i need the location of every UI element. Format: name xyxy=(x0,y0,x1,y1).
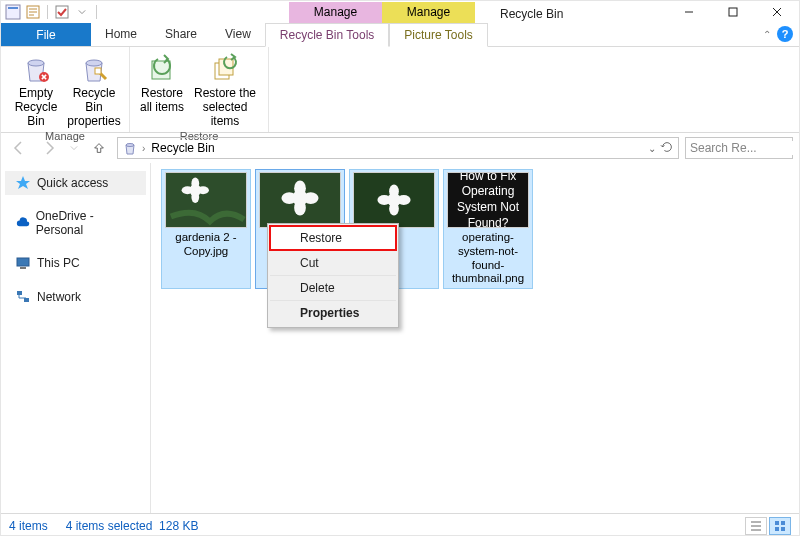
view-switcher xyxy=(745,517,791,535)
context-menu: Restore Cut Delete Properties xyxy=(267,223,399,328)
svg-rect-36 xyxy=(775,521,779,525)
breadcrumb-box[interactable]: › Recycle Bin ⌄ xyxy=(117,137,679,159)
svg-point-21 xyxy=(197,186,209,194)
sidebar-item-label: Quick access xyxy=(37,176,108,190)
svg-point-12 xyxy=(126,144,134,147)
star-icon xyxy=(15,175,31,191)
sidebar-item-label: Network xyxy=(37,290,81,304)
address-dropdown-icon[interactable]: ⌄ xyxy=(648,143,656,154)
button-label: Recycle Bin properties xyxy=(67,87,121,128)
back-button[interactable] xyxy=(7,136,31,160)
svg-rect-8 xyxy=(95,68,101,74)
tab-picture-tools[interactable]: Picture Tools xyxy=(389,23,487,47)
help-icon[interactable]: ? xyxy=(777,26,793,42)
contextual-tab-headers: Manage Manage xyxy=(289,2,475,23)
sidebar-item-quick-access[interactable]: Quick access xyxy=(5,171,146,195)
menu-item-cut[interactable]: Cut xyxy=(270,250,396,275)
sidebar-item-this-pc[interactable]: This PC xyxy=(5,251,146,275)
thumbnail xyxy=(353,172,435,228)
network-icon xyxy=(15,289,31,305)
cloud-icon xyxy=(15,215,30,231)
details-view-button[interactable] xyxy=(745,517,767,535)
svg-rect-39 xyxy=(781,527,785,531)
forward-button[interactable] xyxy=(37,136,61,160)
restore-selected-button[interactable]: Restore the selected items xyxy=(190,51,260,128)
tab-file[interactable]: File xyxy=(1,23,91,46)
maximize-button[interactable] xyxy=(711,1,755,23)
svg-point-22 xyxy=(191,178,199,190)
close-button[interactable] xyxy=(755,1,799,23)
svg-point-5 xyxy=(28,60,44,66)
restore-all-icon xyxy=(146,53,178,85)
chevron-right-icon[interactable]: › xyxy=(142,143,145,154)
recycle-bin-empty-icon xyxy=(20,53,52,85)
status-selection: 4 items selected 128 KB xyxy=(66,519,199,533)
file-item[interactable]: gardenia 2 - Copy.jpg xyxy=(161,169,251,289)
svg-point-29 xyxy=(294,200,306,216)
qat-dropdown-icon[interactable] xyxy=(74,4,90,20)
address-bar: › Recycle Bin ⌄ xyxy=(1,133,799,163)
pc-icon xyxy=(15,255,31,271)
sidebar-item-onedrive[interactable]: OneDrive - Personal xyxy=(5,205,146,241)
svg-rect-17 xyxy=(24,298,29,302)
tab-view[interactable]: View xyxy=(211,23,265,46)
svg-point-20 xyxy=(182,186,194,194)
separator xyxy=(47,5,48,19)
file-items: gardenia 2 - Copy.jpg How to Fix Operati… xyxy=(161,169,789,289)
recycle-bin-properties-icon xyxy=(78,53,110,85)
navigation-pane: Quick access OneDrive - Personal This PC… xyxy=(1,163,151,513)
button-label: Empty Recycle Bin xyxy=(9,87,63,128)
menu-item-properties[interactable]: Properties xyxy=(270,300,396,325)
svg-rect-37 xyxy=(781,521,785,525)
contextual-header-recyclebin: Manage xyxy=(289,2,382,23)
svg-point-35 xyxy=(389,202,399,216)
svg-rect-3 xyxy=(56,6,68,18)
svg-point-7 xyxy=(86,60,102,66)
svg-rect-14 xyxy=(17,258,29,266)
svg-rect-38 xyxy=(775,527,779,531)
tab-home[interactable]: Home xyxy=(91,23,151,46)
svg-point-32 xyxy=(377,195,391,205)
recycle-bin-properties-button[interactable]: Recycle Bin properties xyxy=(67,51,121,128)
main-area: Quick access OneDrive - Personal This PC… xyxy=(1,163,799,513)
up-button[interactable] xyxy=(87,136,111,160)
properties-icon[interactable] xyxy=(25,4,41,20)
window-title: Recycle Bin xyxy=(500,4,667,21)
refresh-icon[interactable] xyxy=(660,140,674,157)
sidebar-item-network[interactable]: Network xyxy=(5,285,146,309)
recent-dropdown-icon[interactable] xyxy=(67,136,81,160)
checkbox-icon[interactable] xyxy=(54,4,70,20)
collapse-ribbon-icon[interactable]: ⌃ xyxy=(763,29,771,40)
file-label: gardenia 2 - Copy.jpg xyxy=(164,231,248,259)
window-controls xyxy=(667,1,799,23)
content-pane[interactable]: gardenia 2 - Copy.jpg How to Fix Operati… xyxy=(151,163,799,513)
ribbon-help-area: ⌃ ? xyxy=(763,26,793,42)
thumb-text: How to Fix Operating System Not Found? xyxy=(454,172,522,228)
sidebar-item-label: OneDrive - Personal xyxy=(36,209,136,237)
empty-recycle-bin-button[interactable]: Empty Recycle Bin xyxy=(9,51,63,128)
file-item[interactable]: How to Fix Operating System Not Found? o… xyxy=(443,169,533,289)
button-label: Restore all items xyxy=(140,87,184,115)
thumbnail xyxy=(259,172,341,228)
svg-point-23 xyxy=(191,191,199,203)
restore-all-button[interactable]: Restore all items xyxy=(138,51,186,128)
tab-share[interactable]: Share xyxy=(151,23,211,46)
tab-recycle-bin-tools[interactable]: Recycle Bin Tools xyxy=(265,23,390,47)
ribbon-body: Empty Recycle Bin Recycle Bin properties… xyxy=(1,47,799,133)
status-item-count: 4 items xyxy=(9,519,48,533)
menu-item-restore[interactable]: Restore xyxy=(270,226,396,250)
search-input[interactable] xyxy=(690,141,800,155)
svg-point-33 xyxy=(397,195,411,205)
search-box[interactable] xyxy=(685,137,793,159)
file-label: operating-system-not-found-thumbnail.png xyxy=(446,231,530,286)
breadcrumb[interactable]: Recycle Bin xyxy=(149,141,216,155)
minimize-button[interactable] xyxy=(667,1,711,23)
thumbnails-view-button[interactable] xyxy=(769,517,791,535)
quick-access-toolbar xyxy=(1,4,99,20)
svg-point-28 xyxy=(294,180,306,196)
restore-selected-icon xyxy=(209,53,241,85)
ribbon-group-restore: Restore all items Restore the selected i… xyxy=(130,47,269,132)
menu-item-delete[interactable]: Delete xyxy=(270,275,396,300)
svg-point-27 xyxy=(303,192,319,204)
ribbon-tab-strip: File Home Share View Recycle Bin Tools P… xyxy=(1,23,799,47)
